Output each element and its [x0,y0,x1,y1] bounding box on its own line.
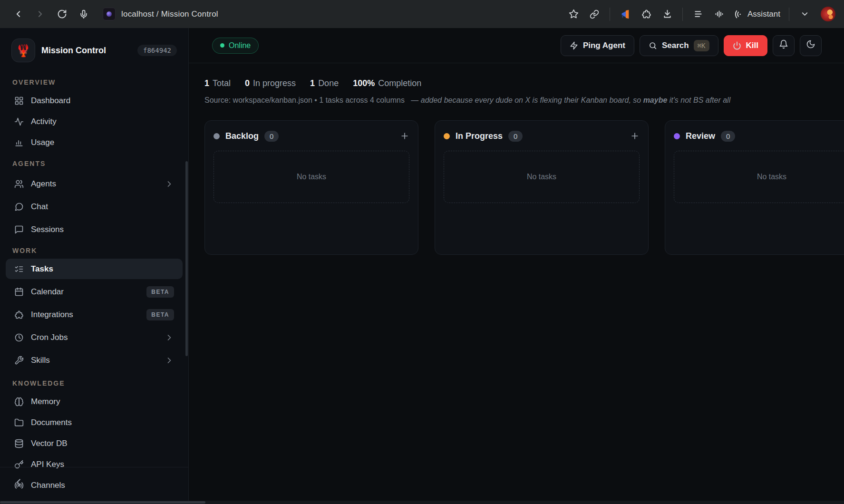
cron-clock-icon [14,333,24,342]
column-count-badge: 0 [264,131,279,142]
sidebar-item-label: Agents [31,179,56,189]
search-icon [649,41,657,50]
kanban-column-backlog: Backlog0No tasks [204,120,418,255]
browser-chrome: localhost / Mission Control Assistant [0,0,844,28]
beta-badge: BETA [146,309,174,320]
theme-toggle-button[interactable] [800,35,822,56]
stat-completion: 100%Completion [353,78,421,88]
sidebar-item-agents[interactable]: Agents [6,174,183,194]
sidebar-item-label: Memory [31,397,60,407]
no-tasks-label: No tasks [757,173,786,181]
section-label-work: WORK [0,240,188,258]
notifications-button[interactable] [773,35,795,56]
sidebar-item-label: Activity [31,117,57,126]
kanban-column-review: Review0No tasks [665,120,844,255]
chevron-right-icon [165,333,174,342]
calendar-icon [14,287,24,297]
scrollbar-thumb[interactable] [0,501,205,504]
sidebar-item-chat[interactable]: Chat [6,196,183,217]
status-badge: Online [212,38,259,54]
kanban-column-in-progress: In Progress0No tasks [435,120,649,255]
ping-agent-button[interactable]: Ping Agent [561,35,634,56]
sidebar-item-documents[interactable]: Documents [6,412,183,433]
sidebar-item-calendar[interactable]: CalendarBETA [6,281,183,302]
column-header: Review0 [674,129,844,143]
add-task-button[interactable] [630,131,640,141]
sidebar-item-label: Documents [31,418,72,427]
vector-database-icon [14,439,24,448]
sidebar-item-label: Integrations [31,310,73,320]
kill-button[interactable]: Kill [724,35,767,56]
source-note: added because every dude on X is flexing… [421,96,641,104]
column-title: Review [686,131,715,141]
horizontal-scrollbar[interactable] [0,501,844,504]
forward-arrow-icon[interactable] [30,5,49,24]
assistant-button[interactable]: Assistant [730,9,783,19]
chevron-down-icon[interactable] [795,5,814,24]
extensions-puzzle-icon[interactable] [637,5,656,24]
documents-folder-icon [14,418,24,427]
online-dot-icon [220,43,224,48]
microphone-icon[interactable] [74,5,93,24]
sidebar-item-skills[interactable]: Skills [6,350,183,370]
profile-avatar[interactable] [821,7,835,21]
source-line: Source: workspace/kanban.json • 1 tasks … [204,96,844,105]
bookmark-star-icon[interactable] [564,5,583,24]
sidebar-item-integrations[interactable]: IntegrationsBETA [6,304,183,325]
sessions-square-icon [14,225,24,234]
dashboard-grid-icon [14,96,24,106]
stat-total: 1Total [204,78,231,88]
sidebar-item-vector-db[interactable]: Vector DB [6,433,183,454]
build-id-badge: f864942 [137,45,177,56]
column-dot-icon [674,133,680,139]
sidebar-footer [0,467,188,497]
main-panel: Online Ping Agent Search ⌘K Kill [189,28,844,501]
sidebar-scrollbar[interactable] [185,161,188,356]
back-arrow-icon[interactable] [9,5,28,24]
sidebar-item-label: Tasks [31,264,53,274]
divider [789,8,789,21]
reload-icon[interactable] [52,5,71,24]
sidebar-item-label: Vector DB [31,439,68,448]
collapse-sidebar-button[interactable] [10,474,27,490]
sidebar-item-sessions[interactable]: Sessions [6,219,183,240]
sidebar-item-activity[interactable]: Activity [6,111,183,132]
sidebar-item-cron-jobs[interactable]: Cron Jobs [6,327,183,348]
site-favicon [103,8,116,20]
copy-link-icon[interactable] [585,5,604,24]
search-button[interactable]: Search ⌘K [640,35,718,56]
app-title: Mission Control [41,46,131,56]
browser-tab[interactable]: localhost / Mission Control [103,8,561,20]
announcement-icon[interactable] [616,5,635,24]
reader-list-icon[interactable] [689,5,708,24]
power-icon [733,41,741,50]
moon-icon [806,39,815,51]
column-header: Backlog0 [213,129,409,143]
section-label-overview: OVERVIEW [0,72,188,90]
sidebar-item-label: Sessions [31,225,64,234]
stat-done: 1Done [310,78,339,88]
column-empty-dropzone: No tasks [213,151,409,203]
column-count-badge: 0 [721,131,735,142]
column-header: In Progress0 [444,129,640,143]
column-title: Backlog [225,131,259,141]
integrations-puzzle-icon [14,310,24,320]
brand: 🦞 Mission Control f864942 [0,39,188,72]
memory-brain-icon [14,397,24,407]
downloads-icon[interactable] [658,5,677,24]
sidebar-item-tasks[interactable]: Tasks [6,259,183,279]
add-task-button[interactable] [400,131,409,141]
column-count-badge: 0 [508,131,523,142]
waveform-icon[interactable] [709,5,728,24]
sidebar-item-memory[interactable]: Memory [6,391,183,412]
sidebar-item-label: Usage [31,138,54,147]
activity-pulse-icon [14,117,24,126]
sidebar-item-label: Dashboard [31,96,70,106]
sidebar-item-usage[interactable]: Usage [6,132,183,153]
agents-users-icon [14,179,24,189]
main-header: Online Ping Agent Search ⌘K Kill [189,28,844,63]
chevron-right-icon [165,356,174,365]
sidebar-item-dashboard[interactable]: Dashboard [6,90,183,111]
sidebar-item-label: Calendar [31,287,64,297]
assistant-label: Assistant [747,10,780,19]
